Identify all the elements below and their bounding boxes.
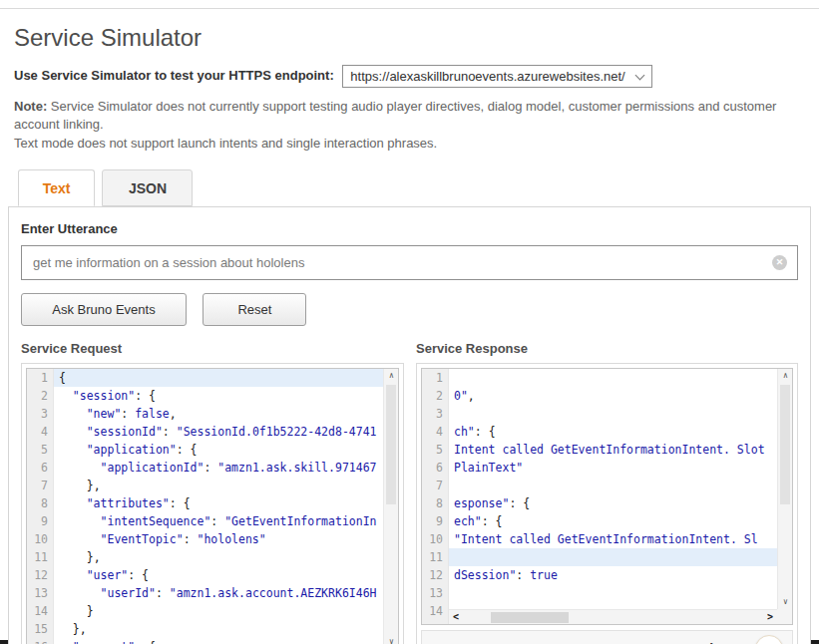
- scroll-down-icon[interactable]: ∨: [384, 635, 399, 644]
- code-line: 2 "session": {: [27, 387, 398, 405]
- note-prefix: Note:: [14, 99, 47, 114]
- reset-button[interactable]: Reset: [203, 293, 306, 326]
- service-request-box: 1{2 "session": {3 "new": false,4 "sessio…: [21, 363, 404, 644]
- response-scroll-corner: [777, 609, 792, 624]
- code-line: 6 "applicationId": "amzn1.ask.skill.9714…: [27, 459, 398, 477]
- endpoint-label: Use Service Simulator to test your HTTPS…: [14, 68, 334, 83]
- utterance-wrap: ✕: [21, 245, 798, 280]
- code-line: 4 "sessionId": "SessionId.0f1b5222-42d8-…: [27, 423, 398, 441]
- request-code-lines: 1{2 "session": {3 "new": false,4 "sessio…: [27, 369, 398, 644]
- request-vscroll-thumb[interactable]: [386, 385, 396, 504]
- scroll-right-icon[interactable]: >: [763, 610, 777, 625]
- code-line: 20",: [422, 387, 792, 405]
- code-line: 15 },: [27, 620, 398, 638]
- code-line: 11 },: [27, 548, 398, 566]
- code-line: 4ch": {: [422, 423, 792, 441]
- response-vscroll-thumb[interactable]: [780, 385, 790, 504]
- service-request-pane: Service Request 1{2 "session": {3 "new":…: [21, 341, 404, 644]
- code-line: 6PlainText": [422, 459, 792, 477]
- code-line: 9 "intentSequence": "GetEventInformation…: [27, 512, 398, 530]
- code-line: 13 "userId": "amzn1.ask.account.AEZKRK6I…: [27, 584, 398, 602]
- note-body: Service Simulator does not currently sup…: [14, 99, 776, 132]
- code-line: 3 "new": false,: [27, 405, 398, 423]
- code-line: 16 "request": {: [27, 638, 398, 644]
- note-text: Note: Service Simulator does not current…: [14, 98, 804, 153]
- utterance-label: Enter Utterance: [21, 221, 798, 236]
- tab-bar: Text JSON: [18, 169, 819, 207]
- code-line: 12dSession": true: [422, 566, 792, 584]
- code-line: 8 "attributes": {: [27, 494, 398, 512]
- scroll-up-icon[interactable]: ∧: [778, 369, 793, 383]
- response-hscroll-thumb[interactable]: [491, 612, 569, 623]
- utterance-input[interactable]: [21, 245, 798, 280]
- code-line: 1{: [27, 369, 398, 387]
- endpoint-dropdown[interactable]: https://alexaskillbrunoevents.azurewebsi…: [342, 65, 651, 88]
- response-vertical-scrollbar[interactable]: ∧ ∨: [777, 369, 792, 609]
- code-line: 14 }: [27, 602, 398, 620]
- code-line: 7: [422, 477, 792, 494]
- response-code-editor[interactable]: 120",34ch": {5Intent called GetEventInfo…: [421, 368, 793, 625]
- code-line: 7 },: [27, 477, 398, 494]
- ask-skill-button[interactable]: Ask Bruno Events: [21, 293, 187, 326]
- request-vertical-scrollbar[interactable]: ∧ ∨: [383, 369, 398, 644]
- code-line: 5 "application": {: [27, 441, 398, 459]
- note-line2: Text mode does not support launch intent…: [14, 136, 437, 151]
- code-line: 8esponse": {: [422, 494, 792, 512]
- scroll-up-icon[interactable]: ∧: [384, 369, 399, 383]
- code-line: 1: [422, 369, 792, 387]
- service-response-pane: Service Response 120",34ch": {5Intent ca…: [416, 341, 798, 644]
- code-line: 9ech": {: [422, 512, 792, 530]
- code-line: 12 "user": {: [27, 566, 398, 584]
- top-divider: [0, 8, 819, 9]
- request-code-editor[interactable]: 1{2 "session": {3 "new": false,4 "sessio…: [26, 368, 399, 644]
- listen-bar: Listen: [421, 630, 793, 644]
- endpoint-row: Use Service Simulator to test your HTTPS…: [14, 65, 805, 88]
- button-row: Ask Bruno Events Reset: [21, 293, 798, 326]
- service-response-box: 120",34ch": {5Intent called GetEventInfo…: [416, 363, 798, 644]
- service-request-title: Service Request: [21, 341, 404, 356]
- scroll-left-icon[interactable]: <: [449, 610, 463, 625]
- tab-panel: Enter Utterance ✕ Ask Bruno Events Reset…: [8, 206, 811, 644]
- code-line: 13: [422, 584, 792, 602]
- page-title: Service Simulator: [14, 24, 819, 52]
- response-code-lines: 120",34ch": {5Intent called GetEventInfo…: [422, 369, 792, 620]
- endpoint-value: https://alexaskillbrunoevents.azurewebsi…: [350, 69, 624, 84]
- chevron-down-icon: [634, 71, 644, 81]
- code-line: 5Intent called GetEventInformationIntent…: [422, 441, 792, 459]
- code-line: 11: [422, 548, 792, 566]
- response-horizontal-scrollbar[interactable]: < >: [449, 609, 777, 624]
- service-response-title: Service Response: [416, 341, 798, 356]
- tab-json[interactable]: JSON: [102, 169, 193, 206]
- code-line: 10 "EventTopic": "hololens": [27, 530, 398, 548]
- tab-text[interactable]: Text: [18, 169, 95, 206]
- code-line: 10"Intent called GetEventInformationInte…: [422, 530, 792, 548]
- code-line: 3: [422, 405, 792, 423]
- listen-play-button[interactable]: [755, 635, 783, 644]
- scroll-down-icon[interactable]: ∨: [778, 595, 793, 609]
